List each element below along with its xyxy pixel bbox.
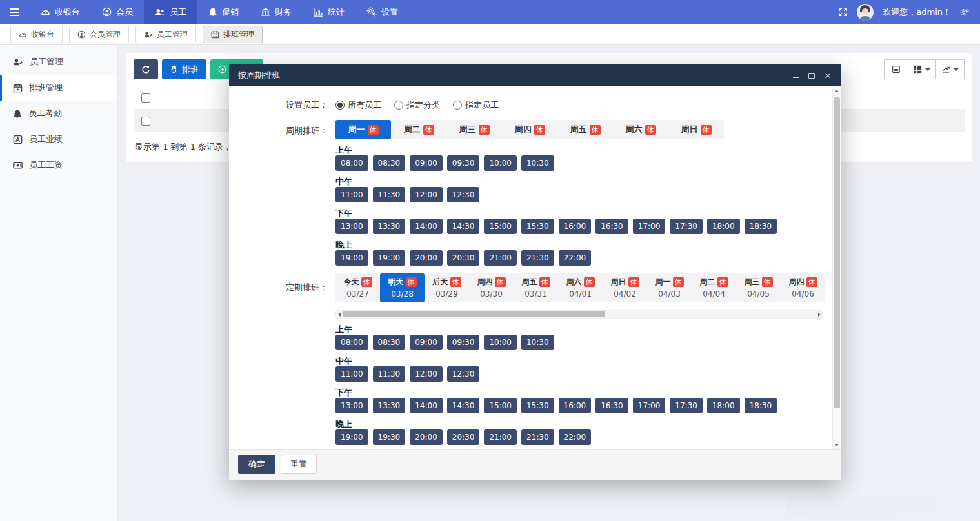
welcome-text[interactable]: 欢迎您，admin！ — [883, 6, 951, 18]
detail-view-button[interactable] — [884, 59, 908, 79]
time-slot-button[interactable]: 08:30 — [373, 155, 406, 171]
time-slot-button[interactable]: 22:00 — [559, 429, 592, 445]
date-tab[interactable]: 后天 休 03/29 — [425, 273, 469, 302]
time-slot-button[interactable]: 17:00 — [633, 398, 666, 413]
time-slot-button[interactable]: 21:00 — [484, 429, 517, 445]
time-slot-button[interactable]: 20:00 — [410, 429, 443, 445]
date-tab[interactable]: 今天 休 03/27 — [335, 273, 380, 302]
menu-toggle-button[interactable] — [0, 0, 30, 24]
nav-item-promotion[interactable]: 促销 — [197, 0, 250, 24]
time-slot-button[interactable]: 21:00 — [484, 250, 517, 266]
nav-item-staff[interactable]: 员工 — [144, 0, 197, 24]
staff-scope-radio[interactable]: 所有员工 — [335, 99, 381, 111]
tab-staff-management[interactable]: 员工管理 — [135, 26, 196, 43]
sidebar-item-staff-management[interactable]: 员工管理 — [0, 49, 117, 75]
date-tab[interactable]: 周五 休 03/31 — [514, 273, 558, 302]
weekday-tab[interactable]: 周二 休 — [391, 120, 446, 139]
time-slot-button[interactable]: 13:00 — [335, 398, 368, 413]
close-icon[interactable]: × — [824, 72, 832, 79]
time-slot-button[interactable]: 12:30 — [447, 187, 480, 202]
time-slot-button[interactable]: 09:30 — [447, 335, 480, 350]
staff-scope-radio[interactable]: 指定分类 — [394, 99, 440, 111]
scroll-down-arrow-icon[interactable] — [833, 440, 841, 449]
date-tab[interactable]: 周二 休 04/04 — [692, 273, 736, 302]
time-slot-button[interactable]: 15:30 — [521, 219, 554, 234]
time-slot-button[interactable]: 09:30 — [447, 155, 480, 171]
confirm-button[interactable]: 确定 — [238, 455, 275, 474]
time-slot-button[interactable]: 10:00 — [484, 335, 517, 350]
date-tab[interactable]: 周一 休 04/03 — [647, 273, 692, 302]
time-slot-button[interactable]: 17:30 — [670, 219, 703, 234]
time-slot-button[interactable]: 12:00 — [410, 366, 443, 382]
time-slot-button[interactable]: 08:30 — [373, 335, 406, 350]
staff-scope-radio[interactable]: 指定员工 — [453, 99, 499, 111]
time-slot-button[interactable]: 21:30 — [521, 250, 554, 266]
time-slot-button[interactable]: 19:00 — [335, 250, 368, 266]
time-slot-button[interactable]: 21:30 — [521, 429, 554, 445]
time-slot-button[interactable]: 17:30 — [670, 398, 703, 413]
time-slot-button[interactable]: 08:00 — [335, 335, 368, 350]
time-slot-button[interactable]: 20:00 — [410, 250, 443, 266]
nav-item-cashier[interactable]: 收银台 — [30, 0, 91, 24]
nav-item-member[interactable]: 会员 — [91, 0, 144, 24]
time-slot-button[interactable]: 10:00 — [484, 155, 517, 171]
time-slot-button[interactable]: 16:00 — [559, 219, 592, 234]
time-slot-button[interactable]: 13:00 — [335, 219, 368, 234]
date-tab[interactable]: 明天 休 03/28 — [380, 273, 425, 302]
radio-input[interactable] — [453, 101, 462, 110]
scroll-left-arrow-icon[interactable] — [336, 311, 342, 318]
time-slot-button[interactable]: 15:00 — [484, 219, 517, 234]
time-slot-button[interactable]: 09:00 — [410, 155, 443, 171]
sidebar-item-staff-performance[interactable]: 员工业绩 — [0, 126, 117, 152]
time-slot-button[interactable]: 15:30 — [521, 398, 554, 413]
radio-input[interactable] — [335, 101, 345, 110]
refresh-button[interactable] — [134, 59, 158, 79]
row-checkbox[interactable] — [141, 117, 150, 126]
columns-dropdown-button[interactable] — [908, 59, 936, 79]
date-tab[interactable]: 周四 休 04/06 — [781, 273, 825, 302]
nav-item-settings[interactable]: 设置 — [355, 0, 409, 24]
date-tab[interactable]: 周三 休 04/05 — [736, 273, 781, 302]
date-tab[interactable]: 周六 休 04/01 — [558, 273, 603, 302]
time-slot-button[interactable]: 18:30 — [745, 219, 777, 234]
time-slot-button[interactable]: 22:00 — [559, 250, 592, 266]
time-slot-button[interactable]: 16:30 — [595, 219, 628, 234]
reset-button[interactable]: 重置 — [281, 455, 317, 474]
radio-input[interactable] — [394, 101, 403, 110]
time-slot-button[interactable]: 11:30 — [373, 187, 406, 202]
time-slot-button[interactable]: 12:00 — [410, 187, 443, 202]
schedule-button[interactable]: 排班 — [162, 59, 206, 79]
time-slot-button[interactable]: 12:30 — [447, 366, 480, 382]
horizontal-scrollbar-thumb[interactable] — [343, 311, 605, 317]
settings-gear-icon[interactable] — [960, 8, 970, 17]
time-slot-button[interactable]: 14:30 — [447, 219, 480, 234]
modal-header[interactable]: 按周期排班 × — [229, 64, 841, 86]
date-tab[interactable]: 周四 休 03/30 — [469, 273, 514, 302]
time-slot-button[interactable]: 19:30 — [373, 429, 406, 445]
time-slot-button[interactable]: 19:30 — [373, 250, 406, 266]
time-slot-button[interactable]: 08:00 — [335, 155, 368, 171]
scroll-right-arrow-icon[interactable] — [816, 311, 822, 318]
sidebar-item-staff-attendance[interactable]: 员工考勤 — [0, 101, 117, 126]
sidebar-item-schedule-management[interactable]: 排班管理 — [0, 75, 117, 101]
time-slot-button[interactable]: 10:30 — [521, 335, 554, 350]
tab-cashier[interactable]: 收银台 — [10, 26, 63, 43]
time-slot-button[interactable]: 13:30 — [373, 398, 406, 413]
time-slot-button[interactable]: 10:30 — [521, 155, 554, 171]
select-all-checkbox[interactable] — [141, 93, 150, 103]
time-slot-button[interactable]: 13:30 — [373, 219, 406, 234]
sidebar-item-staff-salary[interactable]: 员工工资 — [0, 152, 117, 178]
weekday-tab[interactable]: 周日 休 — [668, 120, 724, 139]
time-slot-button[interactable]: 18:00 — [707, 398, 740, 413]
nav-item-finance[interactable]: 财务 — [250, 0, 303, 24]
user-avatar[interactable] — [857, 4, 874, 21]
fullscreen-icon[interactable] — [837, 7, 848, 17]
tab-member-management[interactable]: 会员管理 — [69, 26, 129, 43]
time-slot-button[interactable]: 20:30 — [447, 429, 480, 445]
time-slot-button[interactable]: 20:30 — [447, 250, 480, 266]
time-slot-button[interactable]: 14:30 — [447, 398, 480, 413]
tab-schedule-management[interactable]: 排班管理 — [203, 26, 263, 43]
time-slot-button[interactable]: 14:00 — [410, 398, 443, 413]
time-slot-button[interactable]: 11:30 — [373, 366, 406, 382]
vertical-scrollbar-thumb[interactable] — [834, 97, 840, 408]
